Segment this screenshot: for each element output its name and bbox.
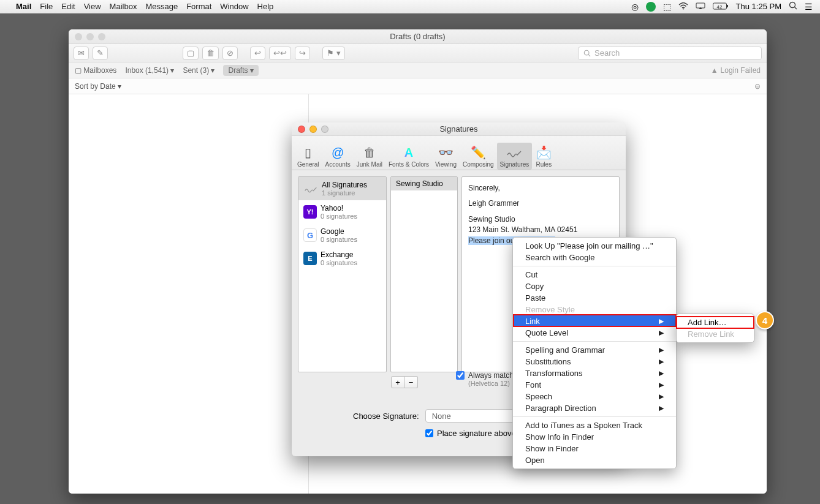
- pref-toolbar: ▯General @Accounts 🗑Junk Mail AFonts & C…: [292, 136, 626, 170]
- svg-text:42: 42: [716, 4, 722, 9]
- link-submenu: Add Link… Remove Link: [676, 314, 754, 343]
- reply-button[interactable]: ↩: [250, 47, 265, 60]
- ctx-speech[interactable]: Speech▶: [513, 391, 676, 402]
- airplay-icon[interactable]: [696, 2, 705, 12]
- match-font-checkbox[interactable]: [456, 371, 465, 380]
- ctx-link[interactable]: Link▶: [513, 315, 676, 327]
- traffic-lights[interactable]: [75, 33, 105, 40]
- tab-signatures[interactable]: Signatures: [497, 143, 533, 170]
- ctx-show-info[interactable]: Show Info in Finder: [513, 431, 676, 443]
- sig-line3: Sewing Studio: [468, 214, 613, 225]
- remove-signature-button[interactable]: −: [404, 376, 418, 388]
- menu-extras-icon[interactable]: ☰: [805, 2, 813, 12]
- app-menu[interactable]: Mail: [16, 2, 31, 11]
- tab-composing[interactable]: ✏️Composing: [460, 143, 497, 170]
- svg-rect-1: [696, 3, 705, 8]
- tab-junk[interactable]: 🗑Junk Mail: [354, 143, 385, 170]
- message-list[interactable]: [69, 94, 309, 494]
- ctx-copy[interactable]: Copy: [513, 280, 676, 292]
- login-failed-badge[interactable]: ▲ Login Failed: [711, 66, 761, 75]
- ctx-lookup[interactable]: Look Up "Please join our mailing …": [513, 240, 676, 252]
- menu-file[interactable]: File: [40, 2, 53, 11]
- fav-inbox[interactable]: Inbox (1,541) ▾: [125, 66, 174, 75]
- fav-sent[interactable]: Sent (3) ▾: [183, 66, 214, 75]
- menu-help[interactable]: Help: [257, 2, 274, 11]
- place-above-checkbox[interactable]: [425, 429, 433, 437]
- menubar: Mail File Edit View Mailbox Message Form…: [0, 0, 820, 13]
- filter-icon[interactable]: ⊜: [754, 82, 761, 91]
- ctx-transformations[interactable]: Transformations▶: [513, 367, 676, 379]
- ctx-paragraph-direction[interactable]: Paragraph Direction▶: [513, 402, 676, 414]
- menu-window[interactable]: Window: [220, 2, 248, 11]
- account-google[interactable]: G Google0 signatures: [298, 224, 386, 247]
- submenu-add-link[interactable]: Add Link…: [677, 317, 754, 328]
- tab-fonts[interactable]: AFonts & Colors: [385, 143, 432, 170]
- submenu-remove-link: Remove Link: [677, 328, 754, 340]
- new-message-button[interactable]: ✉︎: [74, 47, 89, 60]
- ctx-add-itunes[interactable]: Add to iTunes as a Spoken Track: [513, 419, 676, 431]
- fav-drafts[interactable]: Drafts ▾: [223, 65, 258, 76]
- clock[interactable]: Thu 1:25 PM: [736, 2, 781, 11]
- ctx-font[interactable]: Font▶: [513, 379, 676, 391]
- flag-button[interactable]: ⚑ ▾: [322, 47, 345, 60]
- menu-mailbox[interactable]: Mailbox: [110, 2, 137, 11]
- ctx-substitutions[interactable]: Substitutions▶: [513, 356, 676, 367]
- add-signature-button[interactable]: +: [391, 376, 404, 388]
- spotlight-icon[interactable]: [789, 1, 797, 12]
- sig-line2: Leigh Grammer: [468, 198, 613, 209]
- pref-titlebar: Signatures: [292, 122, 626, 136]
- search-input[interactable]: Search: [578, 47, 762, 60]
- context-menu: Look Up "Please join our mailing …" Sear…: [512, 237, 677, 469]
- battery-icon[interactable]: 42: [713, 2, 729, 12]
- status-green-icon[interactable]: [646, 2, 656, 12]
- account-exchange[interactable]: E Exchange0 signatures: [298, 247, 386, 270]
- account-list[interactable]: All Signatures1 signature Y! Yahoo!0 sig…: [298, 176, 387, 372]
- svg-line-6: [795, 7, 797, 10]
- reply-all-button[interactable]: ↩↩: [269, 47, 291, 60]
- menu-edit[interactable]: Edit: [61, 2, 75, 11]
- ctx-search-google[interactable]: Search with Google: [513, 252, 676, 263]
- pref-traffic-lights[interactable]: [298, 126, 328, 133]
- search-placeholder: Search: [594, 48, 620, 58]
- menu-message[interactable]: Message: [145, 2, 178, 11]
- ctx-paste[interactable]: Paste: [513, 292, 676, 304]
- sort-button[interactable]: Sort by Date ▾: [75, 82, 121, 91]
- signature-list[interactable]: Sewing Studio: [390, 176, 458, 372]
- tab-viewing[interactable]: 👓Viewing: [432, 143, 460, 170]
- tab-rules[interactable]: 📩Rules: [532, 143, 555, 170]
- delete-button[interactable]: 🗑: [202, 47, 219, 60]
- junk-button[interactable]: ⊘: [222, 47, 238, 60]
- compose-button[interactable]: ✎: [93, 47, 108, 60]
- sig-line4: 123 Main St. Waltham, MA 02451: [468, 225, 613, 235]
- svg-point-5: [790, 2, 795, 8]
- tab-accounts[interactable]: @Accounts: [322, 143, 354, 170]
- svg-point-7: [584, 50, 589, 55]
- svg-point-0: [683, 8, 684, 9]
- window-titlebar: Drafts (0 drafts): [69, 29, 767, 44]
- ctx-cut[interactable]: Cut: [513, 269, 676, 280]
- shield-icon[interactable]: ⬚: [663, 2, 671, 12]
- ctx-show-in-finder[interactable]: Show in Finder: [513, 443, 676, 454]
- ctx-remove-style: Remove Style: [513, 304, 676, 315]
- wifi-icon[interactable]: [678, 2, 688, 12]
- account-all[interactable]: All Signatures1 signature: [298, 177, 386, 200]
- window-title: Drafts (0 drafts): [390, 32, 445, 41]
- cc-icon[interactable]: ◎: [631, 2, 639, 12]
- favorites-bar: ▢ Mailboxes Inbox (1,541) ▾ Sent (3) ▾ D…: [69, 62, 767, 78]
- choose-signature-label: Choose Signature:: [353, 412, 419, 421]
- svg-rect-3: [727, 5, 728, 7]
- pref-title: Signatures: [439, 124, 477, 134]
- ctx-quote-level[interactable]: Quote Level▶: [513, 327, 676, 339]
- archive-button[interactable]: ▢: [183, 47, 199, 60]
- signature-item[interactable]: Sewing Studio: [391, 177, 457, 190]
- mailboxes-toggle[interactable]: ▢ Mailboxes: [75, 66, 116, 75]
- menu-view[interactable]: View: [84, 2, 101, 11]
- ctx-open[interactable]: Open: [513, 454, 676, 466]
- account-yahoo[interactable]: Y! Yahoo!0 signatures: [298, 200, 386, 224]
- forward-button[interactable]: ↪: [295, 47, 310, 60]
- svg-line-8: [588, 55, 590, 56]
- ctx-spelling[interactable]: Spelling and Grammar▶: [513, 344, 676, 356]
- tab-general[interactable]: ▯General: [294, 143, 322, 170]
- menu-format[interactable]: Format: [186, 2, 211, 11]
- sort-bar: Sort by Date ▾ ⊜: [69, 78, 767, 94]
